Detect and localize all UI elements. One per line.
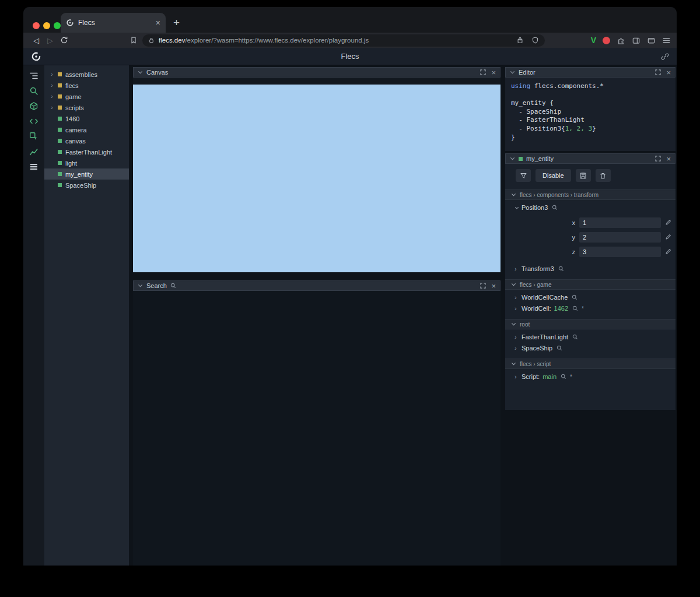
tree-item-spaceship[interactable]: SpaceShip (44, 180, 129, 191)
edit-pencil-icon[interactable] (665, 248, 671, 255)
tree-item-game[interactable]: › game (44, 91, 129, 102)
collapse-chevron-icon[interactable] (138, 71, 143, 74)
zoom-window-button[interactable] (54, 22, 61, 29)
save-button[interactable] (576, 169, 591, 182)
component-row-worldcell[interactable]: › WorldCell: 1462 * (505, 301, 676, 312)
tree-item-fasterthanlight[interactable]: FasterThanLight (44, 146, 129, 157)
section-header-root[interactable]: root (505, 319, 676, 329)
query-magnifier-icon[interactable] (552, 205, 558, 210)
minimize-window-button[interactable] (43, 22, 50, 29)
section-header-transform[interactable]: flecs › components › transform (505, 189, 676, 200)
chevron-right-icon[interactable]: › (514, 294, 519, 301)
expand-icon[interactable] (480, 283, 486, 289)
close-icon[interactable]: × (666, 155, 671, 163)
expand-icon[interactable] (655, 69, 661, 75)
component-row-worldcellcache[interactable]: › WorldCellCache (505, 290, 676, 301)
query-magnifier-icon[interactable] (572, 334, 578, 340)
back-button[interactable]: ◁ (29, 36, 43, 45)
section-header-script[interactable]: flecs › script (505, 359, 676, 369)
entities-cube-icon[interactable] (29, 101, 38, 111)
close-icon[interactable]: × (491, 282, 496, 290)
browser-tab[interactable]: Flecs × (61, 13, 166, 33)
code-editor[interactable]: using flecs.components.* my_entity { - S… (505, 78, 676, 151)
query-magnifier-icon[interactable] (558, 266, 564, 272)
edit-pencil-icon[interactable] (665, 234, 671, 240)
field-z-input[interactable] (579, 247, 661, 257)
chevron-right-icon[interactable]: › (514, 266, 519, 272)
entity-square-icon (58, 161, 62, 165)
field-row-y: y (505, 230, 676, 244)
component-row-transform3[interactable]: › Transform3 (505, 261, 676, 272)
expand-icon[interactable] (480, 69, 486, 75)
query-magnifier-icon[interactable] (556, 345, 562, 351)
code-editor-icon[interactable] (29, 117, 38, 126)
search-panel: Search × (133, 280, 501, 566)
query-magnifier-icon[interactable] (572, 294, 578, 300)
chevron-right-icon[interactable]: › (514, 374, 519, 380)
red-extension-icon[interactable] (603, 37, 610, 44)
component-name: FasterThanLight (522, 333, 568, 340)
reload-button[interactable] (57, 36, 71, 44)
tree-item-scripts[interactable]: › scripts (44, 102, 129, 113)
chevron-right-icon[interactable]: › (514, 334, 519, 340)
share-link-icon[interactable] (661, 52, 669, 61)
chevron-right-icon[interactable]: › (50, 94, 54, 100)
tree-view-icon[interactable] (29, 71, 38, 80)
chevron-right-icon[interactable]: › (514, 305, 519, 312)
chevron-right-icon[interactable]: › (514, 345, 519, 352)
chart-icon[interactable] (29, 147, 38, 156)
component-row-script[interactable]: › Script: main * (505, 369, 676, 380)
search-icon[interactable] (29, 86, 38, 96)
chevron-right-icon[interactable]: › (50, 72, 54, 78)
query-magnifier-icon[interactable] (561, 374, 566, 380)
collapse-chevron-icon[interactable] (510, 157, 515, 160)
tree-item-flecs[interactable]: › flecs (44, 80, 129, 91)
menu-icon[interactable] (662, 36, 671, 45)
share-icon[interactable] (516, 36, 524, 44)
tree-item-canvas[interactable]: canvas (44, 135, 129, 146)
flecs-explorer-app: Flecs (23, 48, 677, 566)
component-row-spaceship[interactable]: › SpaceShip (505, 340, 676, 352)
collapse-chevron-icon[interactable] (138, 284, 143, 287)
close-icon[interactable]: × (491, 69, 496, 76)
collapse-chevron-icon[interactable] (510, 71, 515, 74)
chevron-right-icon[interactable]: › (50, 83, 54, 89)
new-tab-button[interactable]: + (166, 13, 187, 33)
filter-button[interactable] (516, 169, 531, 182)
tree-item-1460[interactable]: 1460 (44, 113, 129, 124)
tree-item-light[interactable]: light (44, 157, 129, 168)
field-x-input[interactable] (579, 217, 661, 228)
chevron-right-icon[interactable]: › (50, 105, 54, 111)
sidebar-toggle-icon[interactable] (632, 36, 640, 45)
component-row-position3[interactable]: Position3 (505, 200, 676, 211)
wallet-icon[interactable] (647, 36, 656, 45)
close-icon[interactable]: × (666, 69, 671, 76)
chevron-down-icon[interactable] (514, 206, 519, 209)
component-row-fasterthanlight[interactable]: › FasterThanLight (505, 329, 676, 340)
expand-icon[interactable] (655, 156, 661, 161)
query-magnifier-icon[interactable] (572, 305, 578, 311)
render-canvas[interactable] (133, 85, 501, 272)
close-window-button[interactable] (33, 22, 40, 29)
disable-button[interactable]: Disable (536, 169, 571, 182)
browser-window: Flecs × + ◁ ▷ flecs.dev/explorer/?wasm=h… (23, 7, 677, 566)
edit-pencil-icon[interactable] (665, 219, 671, 226)
address-bar[interactable]: flecs.dev/explorer/?wasm=https://www.fle… (142, 34, 545, 47)
breadcrumb: flecs › script (520, 361, 551, 367)
tree-item-camera[interactable]: camera (44, 124, 129, 135)
stats-icon[interactable] (29, 162, 38, 171)
delete-button[interactable] (596, 169, 611, 182)
v-extension-icon[interactable]: V (591, 36, 596, 45)
tree-item-my-entity[interactable]: my_entity (44, 168, 129, 180)
puzzle-extensions-icon[interactable] (617, 36, 625, 45)
tree-item-assemblies[interactable]: › assemblies (44, 69, 129, 80)
bookmark-icon[interactable] (130, 36, 138, 44)
tab-close-icon[interactable]: × (156, 19, 160, 27)
inspector-picker-icon[interactable] (29, 132, 38, 141)
forward-button[interactable]: ▷ (43, 36, 57, 45)
inspector-panel-header: my_entity × (505, 153, 676, 164)
section-header-game[interactable]: flecs › game (505, 279, 676, 290)
entity-square-icon (519, 157, 523, 161)
shield-icon[interactable] (531, 36, 539, 44)
field-y-input[interactable] (579, 232, 661, 243)
